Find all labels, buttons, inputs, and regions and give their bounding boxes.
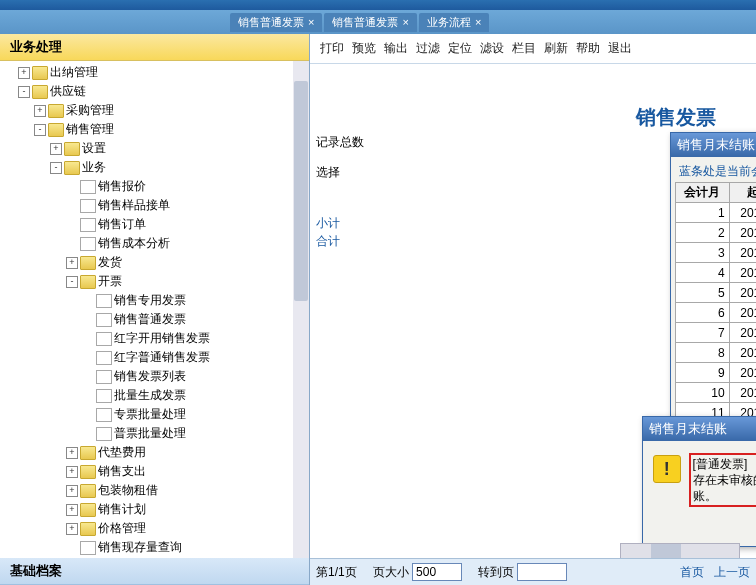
pager-link[interactable]: 首页 (680, 565, 704, 579)
dialog-title: 销售月末结账 (677, 136, 755, 154)
expand-icon[interactable]: - (34, 124, 46, 136)
sidebar-header-base[interactable]: 基础档案 (0, 558, 309, 585)
goto-input[interactable] (517, 563, 567, 581)
cell[interactable]: 2016-03-01 (729, 243, 756, 263)
tab[interactable]: 销售普通发票× (324, 13, 416, 32)
tab-close-icon[interactable]: × (308, 16, 314, 28)
tree-node[interactable]: +出纳管理 (0, 63, 309, 82)
expand-icon (82, 371, 94, 383)
expand-icon (82, 333, 94, 345)
cell[interactable]: 5 (676, 283, 730, 303)
cell[interactable]: 1 (676, 203, 730, 223)
expand-icon[interactable]: + (66, 485, 78, 497)
cell[interactable]: 10 (676, 383, 730, 403)
tree-node[interactable]: 专票批量处理 (0, 405, 309, 424)
tree-node[interactable]: 销售普通发票 (0, 310, 309, 329)
cell[interactable]: 2016-09-01 (729, 363, 756, 383)
toolbar-退出[interactable]: 退出 (608, 41, 632, 55)
col-header[interactable]: 起始日期 (729, 183, 756, 203)
expand-icon[interactable]: + (66, 504, 78, 516)
tree-node[interactable]: -开票 (0, 272, 309, 291)
toolbar-输出[interactable]: 输出 (384, 41, 408, 55)
expand-icon[interactable]: - (66, 276, 78, 288)
tree-node[interactable]: +发货 (0, 253, 309, 272)
cell[interactable]: 4 (676, 263, 730, 283)
cell[interactable]: 7 (676, 323, 730, 343)
cell[interactable]: 2016-10-01 (729, 383, 756, 403)
expand-icon[interactable]: + (50, 143, 62, 155)
cell[interactable]: 2016-01-01 (729, 203, 756, 223)
expand-icon[interactable]: + (66, 257, 78, 269)
tree-node[interactable]: 销售订单 (0, 215, 309, 234)
cell[interactable]: 2016-07-01 (729, 323, 756, 343)
tree-label: 设置 (82, 140, 106, 157)
cell[interactable]: 2016-02-01 (729, 223, 756, 243)
tree-node[interactable]: +采购管理 (0, 101, 309, 120)
expand-icon[interactable]: + (66, 447, 78, 459)
expand-icon[interactable]: + (66, 523, 78, 535)
sidebar-header-biz[interactable]: 业务处理 (0, 34, 309, 61)
tree-node[interactable]: 销售现存量查询 (0, 538, 309, 557)
tree-node[interactable]: +销售计划 (0, 500, 309, 519)
tab-close-icon[interactable]: × (402, 16, 408, 28)
expand-icon[interactable]: - (18, 86, 30, 98)
tree-node[interactable]: 销售报价 (0, 177, 309, 196)
tree-node[interactable]: +销售支出 (0, 462, 309, 481)
goto-label: 转到页 (478, 565, 514, 579)
toolbar-预览[interactable]: 预览 (352, 41, 376, 55)
cell[interactable]: 6 (676, 303, 730, 323)
expand-icon (82, 409, 94, 421)
folder-icon (80, 256, 96, 270)
tree-label: 出纳管理 (50, 64, 98, 81)
cell[interactable]: 2016-08-01 (729, 343, 756, 363)
cell[interactable]: 9 (676, 363, 730, 383)
toolbar-滤设[interactable]: 滤设 (480, 41, 504, 55)
page-size-input[interactable] (412, 563, 462, 581)
tree-node[interactable]: 销售专用发票 (0, 291, 309, 310)
tab[interactable]: 业务流程× (419, 13, 489, 32)
tree-node[interactable]: +设置 (0, 139, 309, 158)
cell[interactable]: 8 (676, 343, 730, 363)
tree-label: 销售报价 (98, 178, 146, 195)
tree-node[interactable]: 批量生成发票 (0, 386, 309, 405)
cell[interactable]: 2016-04-01 (729, 263, 756, 283)
expand-icon[interactable]: + (18, 67, 30, 79)
tab-close-icon[interactable]: × (475, 16, 481, 28)
toolbar-栏目[interactable]: 栏目 (512, 41, 536, 55)
toolbar-刷新[interactable]: 刷新 (544, 41, 568, 55)
h-scrollbar[interactable] (620, 543, 740, 559)
toolbar-帮助[interactable]: 帮助 (576, 41, 600, 55)
tree-node[interactable]: 普票批量处理 (0, 424, 309, 443)
cell[interactable]: 3 (676, 243, 730, 263)
tree-node[interactable]: -供应链 (0, 82, 309, 101)
expand-icon[interactable]: + (34, 105, 46, 117)
expand-icon[interactable]: - (50, 162, 62, 174)
toolbar-打印[interactable]: 打印 (320, 41, 344, 55)
tree-label: 包装物租借 (98, 482, 158, 499)
tree-node[interactable]: -销售管理 (0, 120, 309, 139)
tree-node[interactable]: -业务 (0, 158, 309, 177)
period-table[interactable]: 会计月起始日期截止日期是否结账12016-01-012016-01-31是220… (675, 182, 756, 443)
folder-icon (48, 123, 64, 137)
tab[interactable]: 销售普通发票× (230, 13, 322, 32)
toolbar-过滤[interactable]: 过滤 (416, 41, 440, 55)
cell[interactable]: 2 (676, 223, 730, 243)
col-header[interactable]: 会计月 (676, 183, 730, 203)
tree-node[interactable]: 防伪税控 (0, 557, 309, 558)
sidebar-scrollbar[interactable] (293, 61, 309, 558)
tree-node[interactable]: +代垫费用 (0, 443, 309, 462)
cell[interactable]: 2016-05-01 (729, 283, 756, 303)
tree-node[interactable]: +包装物租借 (0, 481, 309, 500)
tree-node[interactable]: 销售发票列表 (0, 367, 309, 386)
expand-icon[interactable]: + (66, 466, 78, 478)
pager-link[interactable]: 上一页 (714, 565, 750, 579)
tree-node[interactable]: 红字普通销售发票 (0, 348, 309, 367)
tree-node[interactable]: 销售样品接单 (0, 196, 309, 215)
tree-node[interactable]: 销售成本分析 (0, 234, 309, 253)
toolbar-定位[interactable]: 定位 (448, 41, 472, 55)
cell[interactable]: 2016-06-01 (729, 303, 756, 323)
tree-node[interactable]: 红字开用销售发票 (0, 329, 309, 348)
tree-node[interactable]: +价格管理 (0, 519, 309, 538)
folder-icon (80, 465, 96, 479)
page-size-label: 页大小 (373, 565, 409, 579)
